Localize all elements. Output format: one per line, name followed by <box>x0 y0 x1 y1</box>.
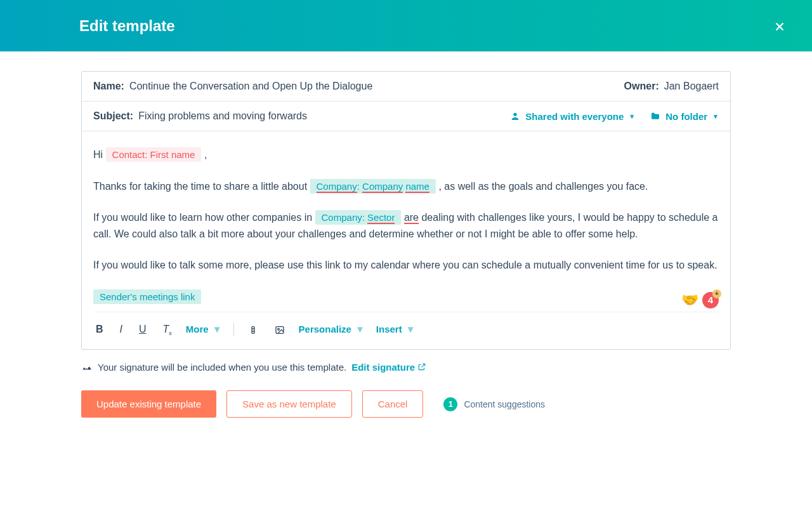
text: Hi <box>93 149 106 160</box>
close-icon[interactable] <box>773 16 787 36</box>
link-button[interactable] <box>246 320 261 339</box>
handshake-emoji-icon[interactable]: 🤝 <box>681 289 698 311</box>
chevron-down-icon: ▼ <box>406 322 416 337</box>
paragraph-calendar: If you would like to talk some more, ple… <box>93 257 719 274</box>
editor-toolbar: B I U Tx More▼ Personalize▼ Insert▼ <box>93 312 719 340</box>
text: Thanks for taking the time to share a li… <box>93 181 310 192</box>
button-row: Update existing template Save as new tem… <box>81 390 731 418</box>
svg-rect-1 <box>252 326 254 333</box>
owner-label: Owner: <box>624 81 659 92</box>
editor-body[interactable]: Hi Contact: First name , Thanks for taki… <box>82 131 730 349</box>
plus-icon: + <box>712 289 721 298</box>
badges: 🤝 4 + <box>681 289 719 311</box>
text: , as well as the goals and challenges yo… <box>438 181 648 192</box>
modal-header: Edit template <box>0 0 812 51</box>
content-suggestions[interactable]: 1 Content suggestions <box>443 397 545 411</box>
subject-value[interactable]: Fixing problems and moving forwards <box>138 110 307 122</box>
paragraph-meetings: Sender's meetings link 🤝 4 + <box>93 289 719 305</box>
svg-point-3 <box>277 328 279 330</box>
folder-icon <box>650 111 660 121</box>
token-contact-firstname[interactable]: Contact: First name <box>106 147 202 162</box>
user-icon <box>510 111 520 121</box>
suggestions-label: Content suggestions <box>464 399 545 409</box>
chevron-down-icon: ▼ <box>629 113 635 120</box>
name-row: Name: Continue the Conversation and Open… <box>82 72 730 102</box>
personalize-dropdown[interactable]: Personalize▼ <box>299 322 365 337</box>
name-value[interactable]: Continue the Conversation and Open Up th… <box>129 81 619 92</box>
owner-value: Jan Bogaert <box>664 81 719 92</box>
more-dropdown[interactable]: More▼ <box>186 322 222 337</box>
chevron-down-icon: ▼ <box>355 322 365 337</box>
edit-signature-link[interactable]: Edit signature <box>351 362 426 373</box>
clear-format-button[interactable]: Tx <box>160 320 174 340</box>
image-button[interactable] <box>272 320 287 339</box>
token-company-sector[interactable]: Company: Sector <box>315 210 402 225</box>
text: If you would like to learn how other com… <box>93 212 315 223</box>
subject-label: Subject: <box>93 110 133 122</box>
paragraph-sector: If you would like to learn how other com… <box>93 209 719 242</box>
signature-icon <box>81 361 93 373</box>
share-dropdown[interactable]: Shared with everyone ▼ <box>510 111 635 122</box>
chevron-down-icon: ▼ <box>712 113 719 120</box>
token-meetings-link[interactable]: Sender's meetings link <box>93 289 201 304</box>
cancel-button[interactable]: Cancel <box>362 390 424 418</box>
folder-dropdown[interactable]: No folder ▼ <box>650 111 719 122</box>
chevron-down-icon: ▼ <box>213 322 222 337</box>
folder-label: No folder <box>665 111 707 122</box>
italic-button[interactable]: I <box>117 320 125 339</box>
save-new-template-button[interactable]: Save as new template <box>226 390 352 418</box>
paragraph-thanks: Thanks for taking the time to share a li… <box>93 178 719 195</box>
divider <box>233 323 234 336</box>
external-link-icon <box>417 362 426 371</box>
underline-button[interactable]: U <box>136 320 149 339</box>
name-label: Name: <box>93 81 124 92</box>
signature-text: Your signature will be included when you… <box>98 362 346 373</box>
signature-row: Your signature will be included when you… <box>81 361 731 373</box>
subject-row: Subject: Fixing problems and moving forw… <box>82 102 730 131</box>
paragraph-greeting: Hi Contact: First name , <box>93 147 719 163</box>
token-company-name[interactable]: Company: Company name <box>310 179 436 194</box>
notification-badge[interactable]: 4 + <box>702 292 719 308</box>
bold-button[interactable]: B <box>93 320 106 339</box>
template-panel: Name: Continue the Conversation and Open… <box>81 71 731 350</box>
share-label: Shared with everyone <box>525 111 624 122</box>
update-template-button[interactable]: Update existing template <box>81 390 216 418</box>
modal-title: Edit template <box>79 17 175 35</box>
text: , <box>204 149 207 160</box>
suggestions-count: 1 <box>443 397 457 411</box>
insert-dropdown[interactable]: Insert▼ <box>376 322 416 337</box>
spell-are: are <box>404 212 419 224</box>
svg-point-0 <box>514 113 517 116</box>
